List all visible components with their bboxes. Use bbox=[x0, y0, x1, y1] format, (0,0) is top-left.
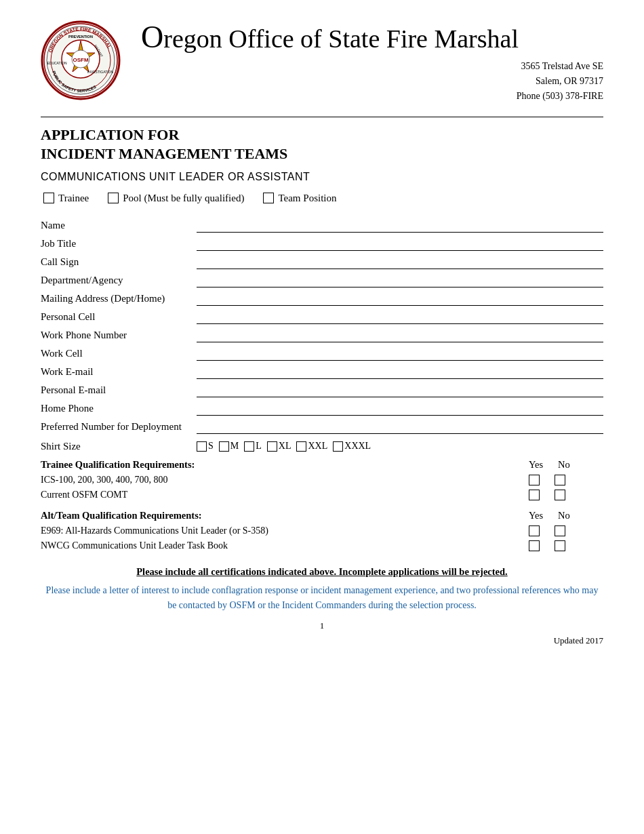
input-call-sign[interactable] bbox=[197, 256, 603, 269]
updated-text: Updated 2017 bbox=[41, 635, 603, 646]
trainee-item-1-no-checkbox[interactable] bbox=[555, 475, 565, 485]
label-mailing: Mailing Address (Dept/Home) bbox=[41, 293, 197, 306]
trainee-qual-title: Trainee Qualification Requirements: bbox=[41, 459, 529, 471]
address-line3: Phone (503) 378-FIRE bbox=[141, 89, 603, 104]
alt-item-1-yes-checkbox[interactable] bbox=[529, 525, 540, 536]
alt-item-1-checkboxes bbox=[529, 525, 603, 536]
svg-text:OSFM: OSFM bbox=[73, 57, 88, 63]
header-divider bbox=[41, 117, 603, 117]
size-m[interactable]: M bbox=[219, 441, 243, 452]
team-checkbox[interactable] bbox=[263, 193, 274, 203]
input-job-title[interactable] bbox=[197, 237, 603, 251]
logo-area: OREGON STATE FIRE MARSHAL PUBLIC SAFETY … bbox=[41, 20, 129, 103]
alt-qual-yes-no-header: Yes No bbox=[529, 510, 603, 521]
alt-qual-header: Alt/Team Qualification Requirements: Yes… bbox=[41, 510, 603, 521]
form-row-work-email: Work E-mail bbox=[41, 365, 603, 379]
input-personal-cell[interactable] bbox=[197, 311, 603, 324]
size-xxxl[interactable]: XXXL bbox=[333, 441, 375, 452]
pool-checkbox-item[interactable]: Pool (Must be fully qualified) bbox=[108, 193, 244, 204]
trainee-no-header: No bbox=[558, 459, 570, 471]
size-l[interactable]: L bbox=[244, 441, 266, 452]
svg-text:INVESTIGATION: INVESTIGATION bbox=[87, 70, 114, 74]
team-checkbox-item[interactable]: Team Position bbox=[263, 193, 336, 204]
alt-qual-item-2: NWCG Communications Unit Leader Task Boo… bbox=[41, 540, 603, 551]
form-row-work-cell: Work Cell bbox=[41, 347, 603, 361]
shirt-size-options: S M L XL XXL XXXL bbox=[197, 441, 375, 452]
trainee-item-1-yes-checkbox[interactable] bbox=[529, 475, 540, 485]
org-logo-icon: OREGON STATE FIRE MARSHAL PUBLIC SAFETY … bbox=[41, 20, 121, 100]
input-work-cell[interactable] bbox=[197, 347, 603, 361]
trainee-item-2-label: Current OSFM COMT bbox=[41, 490, 529, 500]
size-m-label: M bbox=[230, 441, 239, 452]
size-xxl-label: XXL bbox=[308, 441, 327, 452]
shirt-size-row: Shirt Size S M L XL XXL XXXL bbox=[41, 441, 603, 452]
size-xxl-checkbox[interactable] bbox=[296, 441, 306, 452]
alt-yes-header: Yes bbox=[529, 510, 543, 521]
alt-item-1-no-checkbox[interactable] bbox=[555, 525, 565, 536]
label-preferred: Preferred Number for Deployment bbox=[41, 421, 197, 434]
trainee-qual-item-1: ICS-100, 200, 300, 400, 700, 800 bbox=[41, 475, 603, 485]
form-row-mailing: Mailing Address (Dept/Home) bbox=[41, 292, 603, 306]
label-home-phone: Home Phone bbox=[41, 403, 197, 416]
team-label: Team Position bbox=[278, 193, 336, 204]
label-job-title: Job Title bbox=[41, 238, 197, 251]
label-work-email: Work E-mail bbox=[41, 366, 197, 379]
size-s[interactable]: S bbox=[197, 441, 218, 452]
alt-item-2-no-checkbox[interactable] bbox=[555, 540, 565, 551]
form-row-work-phone: Work Phone Number bbox=[41, 329, 603, 342]
org-title-rest: regon Office of State Fire Marshal bbox=[163, 24, 519, 53]
trainee-item-2-no-checkbox[interactable] bbox=[555, 490, 565, 500]
svg-text:EDUCATION: EDUCATION bbox=[47, 61, 66, 65]
input-name[interactable] bbox=[197, 219, 603, 233]
header-title-area: Oregon Office of State Fire Marshal 3565… bbox=[141, 20, 603, 104]
input-home-phone[interactable] bbox=[197, 402, 603, 416]
form-fields-section: Name Job Title Call Sign Department/Agen… bbox=[41, 219, 603, 434]
trainee-checkbox-item[interactable]: Trainee bbox=[43, 193, 89, 204]
pool-label: Pool (Must be fully qualified) bbox=[123, 193, 244, 204]
label-personal-email: Personal E-mail bbox=[41, 384, 197, 397]
trainee-checkbox[interactable] bbox=[43, 193, 54, 203]
trainee-item-1-checkboxes bbox=[529, 475, 603, 485]
size-m-checkbox[interactable] bbox=[219, 441, 229, 452]
input-work-email[interactable] bbox=[197, 365, 603, 379]
alt-item-2-checkboxes bbox=[529, 540, 603, 551]
size-xl[interactable]: XL bbox=[267, 441, 296, 452]
size-xxxl-checkbox[interactable] bbox=[333, 441, 343, 452]
form-row-preferred: Preferred Number for Deployment bbox=[41, 420, 603, 434]
form-row-dept: Department/Agency bbox=[41, 274, 603, 287]
label-dept: Department/Agency bbox=[41, 275, 197, 287]
size-s-checkbox[interactable] bbox=[197, 441, 207, 452]
org-address: 3565 Trelstad Ave SE Salem, OR 97317 Pho… bbox=[141, 59, 603, 104]
svg-text:PREVENTION: PREVENTION bbox=[68, 35, 93, 39]
alt-qual-title: Alt/Team Qualification Requirements: bbox=[41, 510, 529, 521]
application-type-row: Trainee Pool (Must be fully qualified) T… bbox=[43, 193, 603, 204]
input-personal-email[interactable] bbox=[197, 384, 603, 397]
trainee-label: Trainee bbox=[58, 193, 89, 204]
trainee-qual-item-2: Current OSFM COMT bbox=[41, 490, 603, 500]
input-preferred[interactable] bbox=[197, 420, 603, 434]
form-row-job-title: Job Title bbox=[41, 237, 603, 251]
address-line2: Salem, OR 97317 bbox=[141, 74, 603, 89]
alt-item-2-yes-checkbox[interactable] bbox=[529, 540, 540, 551]
size-l-checkbox[interactable] bbox=[244, 441, 254, 452]
page-header: OREGON STATE FIRE MARSHAL PUBLIC SAFETY … bbox=[41, 20, 603, 104]
pool-checkbox[interactable] bbox=[108, 193, 119, 203]
trainee-yes-header: Yes bbox=[529, 459, 543, 471]
label-work-phone: Work Phone Number bbox=[41, 330, 197, 342]
size-xxxl-label: XXXL bbox=[344, 441, 371, 452]
page-number: 1 bbox=[41, 620, 603, 631]
trainee-item-2-checkboxes bbox=[529, 490, 603, 500]
footer-sub-text: Please include a letter of interest to i… bbox=[41, 583, 603, 614]
input-mailing[interactable] bbox=[197, 292, 603, 306]
size-xxl[interactable]: XXL bbox=[296, 441, 331, 452]
form-row-call-sign: Call Sign bbox=[41, 256, 603, 269]
trainee-qual-yes-no-header: Yes No bbox=[529, 459, 603, 471]
trainee-item-2-yes-checkbox[interactable] bbox=[529, 490, 540, 500]
address-line1: 3565 Trelstad Ave SE bbox=[141, 59, 603, 74]
org-title: Oregon Office of State Fire Marshal bbox=[141, 20, 603, 55]
input-work-phone[interactable] bbox=[197, 329, 603, 342]
input-dept[interactable] bbox=[197, 274, 603, 287]
label-work-cell: Work Cell bbox=[41, 348, 197, 361]
size-xl-checkbox[interactable] bbox=[267, 441, 277, 452]
form-row-personal-email: Personal E-mail bbox=[41, 384, 603, 397]
